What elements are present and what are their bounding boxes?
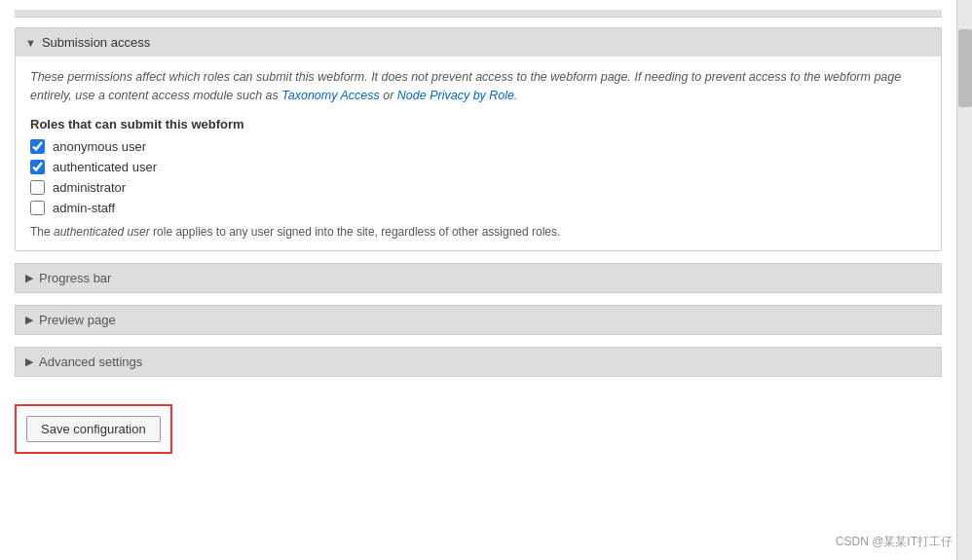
anonymous-user-label[interactable]: anonymous user — [53, 139, 146, 154]
anonymous-user-checkbox[interactable] — [30, 139, 45, 154]
top-border-line — [15, 10, 942, 18]
note-italic: authenticated user — [54, 225, 150, 239]
preview-page-section: ▶ Preview page — [15, 305, 942, 335]
role-item-administrator: administrator — [30, 180, 926, 195]
expand-arrow-icon: ▶ — [25, 272, 33, 284]
admin-staff-checkbox[interactable] — [30, 201, 45, 215]
note-suffix: role applies to any user signed into the… — [150, 225, 561, 239]
preview-page-title: Preview page — [39, 313, 116, 327]
advanced-settings-title: Advanced settings — [39, 355, 142, 369]
authenticated-user-note: The authenticated user role applies to a… — [30, 225, 926, 239]
role-item-anonymous: anonymous user — [30, 139, 926, 154]
progress-bar-header[interactable]: ▶ Progress bar — [16, 264, 941, 292]
link-separator: or — [380, 89, 397, 102]
expand-arrow-icon-2: ▶ — [25, 314, 33, 326]
role-item-admin-staff: admin-staff — [30, 201, 926, 215]
collapse-arrow-icon: ▼ — [25, 37, 36, 49]
admin-staff-label[interactable]: admin-staff — [53, 201, 115, 215]
link-end: . — [514, 89, 517, 102]
info-paragraph: These permissions affect which roles can… — [30, 68, 926, 105]
scrollbar-thumb[interactable] — [958, 29, 972, 107]
roles-label: Roles that can submit this webform — [30, 117, 926, 131]
submission-access-body: These permissions affect which roles can… — [16, 56, 941, 250]
scrollbar[interactable] — [956, 0, 972, 560]
expand-arrow-icon-3: ▶ — [25, 355, 33, 368]
preview-page-header[interactable]: ▶ Preview page — [16, 306, 941, 334]
role-item-authenticated: authenticated user — [30, 160, 926, 174]
progress-bar-section: ▶ Progress bar — [15, 263, 942, 293]
submission-access-title: Submission access — [42, 35, 150, 50]
submission-access-header[interactable]: ▼ Submission access — [16, 28, 941, 56]
progress-bar-title: Progress bar — [39, 271, 111, 285]
submission-access-section: ▼ Submission access These permissions af… — [15, 27, 942, 251]
note-prefix: The — [30, 225, 54, 239]
advanced-settings-header[interactable]: ▶ Advanced settings — [16, 348, 941, 376]
node-privacy-link[interactable]: Node Privacy by Role — [397, 89, 514, 102]
authenticated-user-label[interactable]: authenticated user — [53, 160, 157, 174]
watermark: CSDN @某某IT打工仔 — [836, 534, 953, 550]
administrator-checkbox[interactable] — [30, 180, 45, 195]
save-area: Save configuration — [15, 404, 172, 454]
advanced-settings-section: ▶ Advanced settings — [15, 347, 942, 377]
save-configuration-button[interactable]: Save configuration — [26, 416, 161, 442]
taxonomy-access-link[interactable]: Taxonomy Access — [281, 89, 380, 102]
administrator-label[interactable]: administrator — [53, 180, 126, 195]
authenticated-user-checkbox[interactable] — [30, 160, 45, 174]
